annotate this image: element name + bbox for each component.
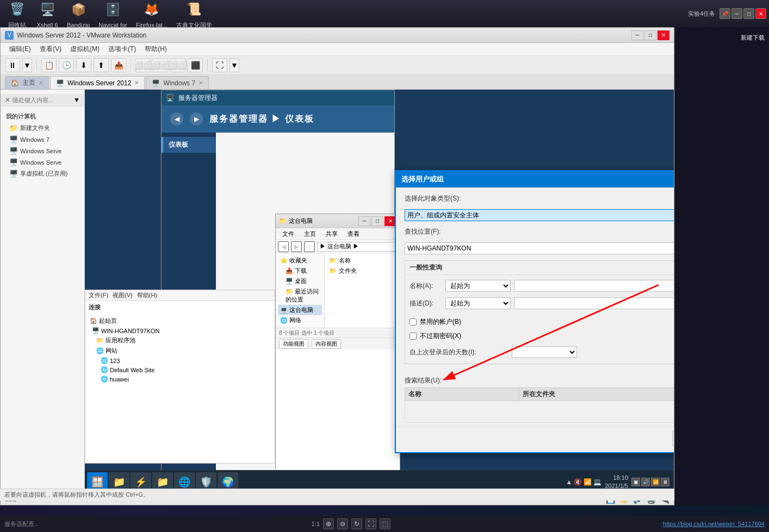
iis-tree-server[interactable]: 🖥️ WIN-HGANDT97KON [88,326,272,335]
toolbar-fullscreen-dropdown[interactable]: ▼ [230,58,239,72]
maximize-button[interactable]: □ [743,8,754,19]
dialog-name-select[interactable]: 起始为 [445,280,511,292]
sidebar-item-new-folder[interactable]: 📁 新建文件夹 [1,122,84,134]
zoom-full-btn[interactable]: ⬚ [380,518,390,529]
iis-menu-view[interactable]: 视图(V) [113,291,133,299]
dialog-desc-select[interactable]: 起始为 [445,297,511,309]
toolbar-view-1[interactable]: ⬜⬜ [135,58,151,72]
iis-tree-123[interactable]: 🌐 123 [88,356,272,365]
menu-tabs[interactable]: 选项卡(T) [104,43,140,55]
fe-back-btn[interactable]: ◀ [278,241,289,252]
iis-tree-defaultweb[interactable]: 🌐 Default Web Site [88,365,272,374]
fe-tab-file[interactable]: 文件 [278,229,299,239]
toolbar-view-2[interactable]: ⬜⬜ [153,58,168,72]
toolbar-fullscreen[interactable]: ⛶ [212,58,227,72]
fe-file-1[interactable]: 📁名称 [327,255,398,266]
zoom-in-btn[interactable]: ⊕ [323,518,334,529]
menu-help[interactable]: 帮助(H) [140,43,171,55]
sm-dashboard-item[interactable]: 仪表板 [162,137,216,153]
vm-notify-arrow[interactable]: ▲ [566,478,572,486]
iis-tree-huawei[interactable]: 🌐 huawei [88,374,272,384]
iis-tree-apppool[interactable]: 📁 应用程序池 [88,335,272,346]
toolbar-view-3[interactable]: ⬜⬜ [170,58,185,72]
toolbar-resume[interactable]: ⬆ [94,58,109,72]
toolbar-suspend[interactable]: ⬇ [76,58,91,72]
menu-vm[interactable]: 虚拟机(M) [66,43,104,55]
vm-clock-area[interactable]: 18:10 2021/1/5 [605,474,628,490]
fe-maximize[interactable]: □ [371,216,383,226]
toolbar-snapshots[interactable]: 🕒 [59,58,74,72]
taskbar-navicat[interactable]: 🗄️ Navicat for [95,0,131,30]
vmware-restore[interactable]: □ [644,30,656,40]
zoom-out-btn[interactable]: ⊖ [337,518,348,529]
vmware-minimize[interactable]: ─ [631,30,643,40]
dialog-nonexpiring-checkbox[interactable] [410,333,417,340]
iis-menu-help[interactable]: 帮助(H) [137,291,157,299]
fe-address-input[interactable] [317,242,398,252]
pin-button[interactable]: 📌 [720,8,730,19]
toolbar-pause[interactable]: ⏸ [5,58,20,72]
dialog-disabled-checkbox[interactable] [410,318,417,326]
fe-up-btn[interactable]: ↑ [304,241,315,252]
sidebar-close-icon[interactable]: ✕ [5,96,10,104]
taskbar-firefox[interactable]: 🦊 Firefox-lat... [133,0,171,30]
sidebar-item-windows7[interactable]: 🖥️ Windows 7 [1,134,84,145]
sidebar-item-winserver2[interactable]: 🖥️ Windows Serve [1,157,84,168]
minimize-button[interactable]: ─ [731,8,742,19]
menu-view[interactable]: 查看(V) [35,43,66,55]
fe-file-2[interactable]: 📁文件夹 [327,266,398,276]
dialog-name-input[interactable] [514,280,674,292]
iis-menu-file[interactable]: 文件(F) [89,291,108,299]
fe-feature-view-btn[interactable]: 功能视图 [279,339,308,349]
sidebar-search-input[interactable] [13,97,71,103]
vm-btn-4[interactable]: 🖥 [661,478,669,486]
toolbar-clipboard[interactable]: 📋 [41,58,57,72]
iis-tree-startpage[interactable]: 🏠 起始页 [88,316,272,326]
dialog-ok-button[interactable]: 确定 [672,431,674,446]
sidebar-item-vhost[interactable]: 🖥️ 享虚拟机 (已弃用) [1,168,84,179]
home-tab-close[interactable]: ✕ [39,80,43,86]
taskbar-gujian[interactable]: 📜 古典文化国学 [173,0,215,31]
fe-forward-btn[interactable]: ▶ [291,241,302,252]
zoom-reset-btn[interactable]: ↻ [351,518,362,529]
win7-tab-close[interactable]: ✕ [199,80,203,86]
fe-tree-network[interactable]: 🌐 网络 [278,315,322,326]
dialog-desc-input[interactable] [514,297,674,309]
fe-tree-recent[interactable]: 📁 最近访问的位置 [278,286,322,305]
fe-tree-desktop[interactable]: 🖥️ 桌面 [278,276,322,286]
toolbar-view-4[interactable]: ⬛ [188,58,203,72]
taskbar-bandizip[interactable]: 📦 Bandizip [64,0,93,30]
fe-tab-view[interactable]: 查看 [343,229,364,239]
fe-content-view-btn[interactable]: 内容视图 [312,339,341,349]
fe-tree-favorites[interactable]: ⭐ 收藏夹 [278,255,322,266]
sidebar-item-winserver1[interactable]: 🖥️ Windows Serve [1,145,84,157]
iis-tree-websites[interactable]: 🌐 网站 [88,346,272,356]
close-top-button[interactable]: ✕ [755,8,766,19]
sm-back-btn[interactable]: ◀ [170,112,183,126]
taskbar-xshell[interactable]: 🖥️ Xshell 6 [33,0,61,30]
vm-btn-3[interactable]: 📶 [651,478,660,486]
dialog-location-input[interactable] [405,242,674,254]
dialog-object-type-input[interactable] [405,209,674,221]
vmware-close[interactable]: ✕ [658,30,669,40]
tab-home[interactable]: 🏠 主页 ✕ [5,76,49,89]
tab-win7[interactable]: 🖥️ Windows 7 ✕ [146,76,209,89]
vm-btn-2[interactable]: 🔊 [641,478,650,486]
sm-forward-btn[interactable]: ▶ [190,112,203,126]
dialog-days-select[interactable] [512,346,577,358]
fe-tree-download[interactable]: 📥 下载 [278,266,322,276]
sidebar-dropdown-icon[interactable]: ▼ [73,96,80,104]
winserver-tab-close[interactable]: ✕ [134,80,139,86]
fe-tab-home[interactable]: 主页 [300,229,320,239]
vm-screen[interactable]: 🖥️ 服务器管理器 ◀ ▶ 服务器管理器 ▶ 仪表板 仪表板 [85,90,674,470]
menu-edit[interactable]: 编辑(E) [5,43,35,55]
toolbar-send[interactable]: 📤 [111,58,126,72]
vm-btn-1[interactable]: ▣ [631,478,640,486]
new-download-label[interactable]: 新建下载 [675,32,769,44]
taskbar-recycle[interactable]: 🗑️ 回收站 [3,0,31,31]
fe-tab-share[interactable]: 共享 [321,229,342,239]
fe-minimize[interactable]: ─ [358,216,370,226]
fe-tree-thispc[interactable]: 💻 这台电脑 [278,305,322,315]
zoom-fit-btn[interactable]: ⛶ [365,518,376,529]
bottom-url[interactable]: https://blog.csdn.net/weixin_54117604 [663,521,765,527]
